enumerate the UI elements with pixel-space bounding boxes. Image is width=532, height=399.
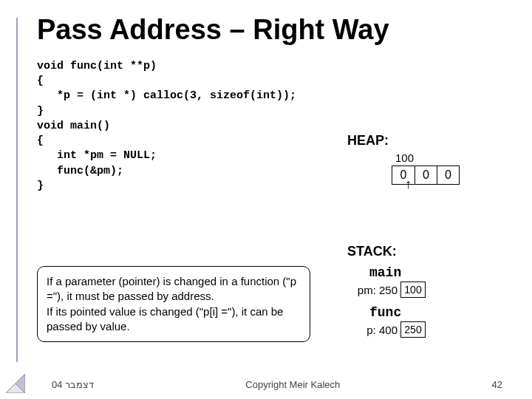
corner-fold-icon <box>6 374 25 393</box>
stack-frame-name: func <box>369 305 510 320</box>
footer: דצמבר 04 Copyright Meir Kalech 42 <box>0 379 532 390</box>
heap-cell: 0 <box>437 166 459 184</box>
footer-left: דצמבר 04 <box>52 379 94 390</box>
callout-box: If a parameter (pointer) is changed in a… <box>37 266 310 342</box>
heap-cells: 0 0 0 <box>392 166 460 185</box>
stack-title: STACK: <box>347 244 510 259</box>
footer-center: Copyright Meir Kalech <box>245 379 340 390</box>
stack-var-label: p: 400 <box>347 324 398 336</box>
footer-right: 42 <box>492 379 502 390</box>
stack-frame-row: pm: 250 100 <box>347 282 510 298</box>
stack-frame-name: main <box>369 265 510 280</box>
title-line1: Pass Address – Right Way <box>37 14 389 45</box>
left-accent-bar <box>16 18 18 362</box>
slide-title: Pass Address – Right Way <box>37 15 502 46</box>
stack-diagram: STACK: main pm: 250 100 func p: 400 250 <box>347 244 510 345</box>
stack-var-label: pm: 250 <box>347 284 398 296</box>
heap-cell: 0 <box>415 166 437 184</box>
callout-text: If a parameter (pointer) is changed in a… <box>47 275 296 332</box>
heap-title: HEAP: <box>347 133 502 149</box>
heap-address: 100 <box>395 151 502 164</box>
stack-var-value: 100 <box>400 282 426 298</box>
stack-var-value: 250 <box>400 321 426 338</box>
stack-frame-row: p: 400 250 <box>347 321 510 338</box>
slide: Pass Address – Right Way void func(int *… <box>0 0 532 399</box>
arrow-up-icon: ↑ <box>405 177 412 191</box>
heap-diagram: HEAP: 100 0 0 0 ↑ <box>347 133 502 185</box>
